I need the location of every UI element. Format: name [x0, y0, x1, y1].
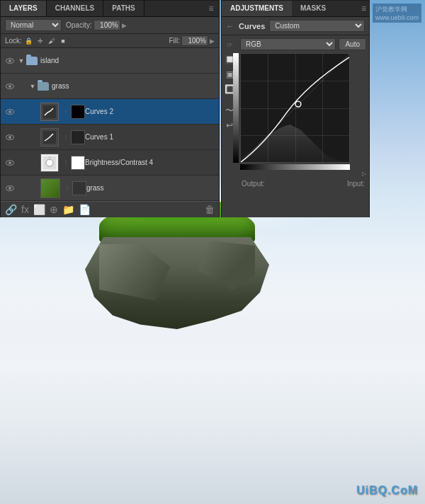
new-layer-btn[interactable]: 📄: [79, 204, 91, 215]
layer-name-curves2: Curves 2: [85, 108, 216, 115]
panel-menu-icon[interactable]: ≡: [205, 2, 217, 15]
brush-icon[interactable]: 🖌: [47, 37, 56, 45]
tab-masks[interactable]: MASKS: [292, 1, 334, 16]
eye-circle-grass: [6, 84, 14, 89]
fill-control: Fill: ▶: [169, 35, 215, 46]
fill-label: Fill:: [169, 37, 180, 45]
lock-icon[interactable]: 🔒: [25, 37, 33, 45]
layer-thumb-grass: [40, 178, 60, 198]
layer-curves1[interactable]: ⋮ Curves 1: [1, 125, 219, 150]
watermark-bottom: UiBQ.CoM: [356, 484, 418, 497]
move-icon[interactable]: ✛: [36, 37, 45, 45]
auto-btn[interactable]: Auto: [339, 38, 366, 50]
output-label: Output:: [242, 180, 265, 188]
fill-arrow[interactable]: ▶: [210, 38, 215, 45]
channel-row: RGB Auto: [240, 38, 366, 50]
adj-btn[interactable]: ⊕: [50, 204, 58, 215]
layer-name-grass-group: grass: [52, 82, 216, 90]
adj-tabs: ADJUSTMENTS MASKS ≡: [222, 1, 369, 17]
mask-btn[interactable]: ⬜: [33, 204, 45, 215]
floating-island: [85, 205, 269, 347]
curves-icon-curves1: [43, 131, 56, 144]
lock-label: Lock:: [5, 37, 22, 45]
blend-mode-select[interactable]: Normal: [5, 19, 62, 31]
opacity-input[interactable]: [94, 20, 120, 30]
layer-list: ▼ island ▼ grass: [1, 48, 219, 201]
eye-icon-curves2[interactable]: [4, 105, 16, 118]
adjustments-panel: ADJUSTMENTS MASKS ≡ ← Curves Custom ☞ 🔲 …: [221, 0, 370, 217]
watermark-top: 沪觉教学网 www.ueb9.com: [373, 4, 421, 23]
eye-icon-brightness[interactable]: [4, 156, 16, 169]
curves-area: ☞ 🔲 ▣ 🔳 〜 ↩ RGB Auto: [222, 35, 369, 193]
panels-container: LAYERS CHANNELS PATHS ≡ Normal Opacity: …: [0, 0, 425, 217]
layer-name-curves1: Curves 1: [85, 133, 216, 141]
tab-channels[interactable]: CHANNELS: [47, 1, 104, 16]
tab-adjustments[interactable]: ADJUSTMENTS: [222, 1, 292, 16]
layers-toolbar: Normal Opacity: ▶: [1, 17, 219, 34]
eye-circle-curves2: [6, 109, 14, 115]
eye-circle: [6, 58, 14, 64]
layers-bottom-toolbar: 🔗 fx ⬜ ⊕ 📁 📄 🗑: [1, 201, 219, 217]
opacity-arrow[interactable]: ▶: [122, 22, 127, 29]
layer-grass-group[interactable]: ▼ grass: [1, 74, 219, 99]
svg-line-5: [241, 54, 349, 162]
tab-layers[interactable]: LAYERS: [1, 1, 47, 16]
opacity-label: Opacity:: [66, 21, 92, 29]
chain-icon-curves2: ⋮: [62, 106, 69, 118]
folder-icon-grass: [38, 82, 49, 91]
mask-thumb-grass-image: [72, 181, 86, 195]
hand-tool-btn[interactable]: ☞: [223, 38, 236, 51]
layer-name-island: island: [40, 57, 216, 64]
link-layers-btn[interactable]: 🔗: [5, 204, 17, 215]
brightness-icon: [43, 156, 56, 169]
expand-arrow-island[interactable]: ▼: [18, 57, 25, 64]
adj-thumb-curves2: [40, 103, 59, 121]
fill-input[interactable]: [181, 35, 208, 46]
eye-icon-grass-group[interactable]: [4, 80, 16, 93]
input-label: Input:: [347, 180, 365, 188]
chain-icon-brightness: ⋮: [62, 157, 69, 168]
adj-thumb-brightness: [40, 154, 59, 172]
curves-svg: [241, 54, 349, 162]
eye-icon-island[interactable]: [4, 55, 16, 67]
eye-icon-grass-image[interactable]: [4, 182, 16, 195]
delete-btn[interactable]: 🗑: [205, 204, 215, 215]
preset-select[interactable]: Custom: [269, 20, 365, 32]
lock-row: Lock: 🔒 ✛ 🖌 ■ Fill: ▶: [1, 34, 219, 48]
gradient-arrow: ▷: [240, 171, 366, 177]
eye-circle-grass-image: [6, 185, 14, 191]
channel-select[interactable]: RGB: [240, 38, 336, 50]
layer-name-grass-image: grass: [86, 184, 216, 192]
mask-thumb-brightness: [71, 156, 85, 170]
adj-thumb-curves1: [40, 128, 59, 147]
opacity-control: Opacity: ▶: [66, 20, 127, 30]
adj-header: ← Curves Custom: [222, 17, 369, 35]
chain-icon-grass-image: ⋮: [64, 183, 71, 194]
adj-menu-icon[interactable]: ≡: [358, 1, 369, 16]
eye-circle-brightness: [6, 160, 14, 166]
folder-btn[interactable]: 📁: [62, 204, 74, 215]
layers-panel: LAYERS CHANNELS PATHS ≡ Normal Opacity: …: [0, 0, 220, 217]
fill-lock-icon[interactable]: ■: [59, 37, 67, 45]
layer-brightness[interactable]: ⋮ Brightness/Contrast 4: [1, 150, 219, 176]
layer-island[interactable]: ▼ island: [1, 48, 219, 74]
layer-grass-image[interactable]: ⋮ grass: [1, 176, 219, 201]
expand-arrow-grass[interactable]: ▼: [29, 83, 36, 90]
svg-point-3: [46, 159, 53, 166]
eye-circle-curves1: [6, 134, 14, 140]
curves-main: RGB Auto: [237, 35, 369, 193]
adj-title: Curves: [239, 22, 265, 30]
eye-icon-curves1[interactable]: [4, 131, 16, 144]
svg-point-6: [295, 101, 301, 107]
gradient-bar-horizontal: [240, 164, 350, 170]
tab-paths[interactable]: PATHS: [103, 1, 144, 16]
panel-tabs: LAYERS CHANNELS PATHS ≡: [1, 1, 219, 17]
curves-graph[interactable]: [240, 53, 350, 163]
gradient-bar-vertical: [233, 53, 239, 163]
curves-graph-container: ▷: [240, 53, 366, 177]
adj-back-btn[interactable]: ←: [226, 21, 234, 31]
curves-icon-curves2: [43, 105, 56, 118]
fx-btn[interactable]: fx: [21, 204, 29, 215]
layer-curves2[interactable]: ⋮ Curves 2: [1, 99, 219, 125]
layer-name-brightness: Brightness/Contrast 4: [85, 159, 216, 166]
